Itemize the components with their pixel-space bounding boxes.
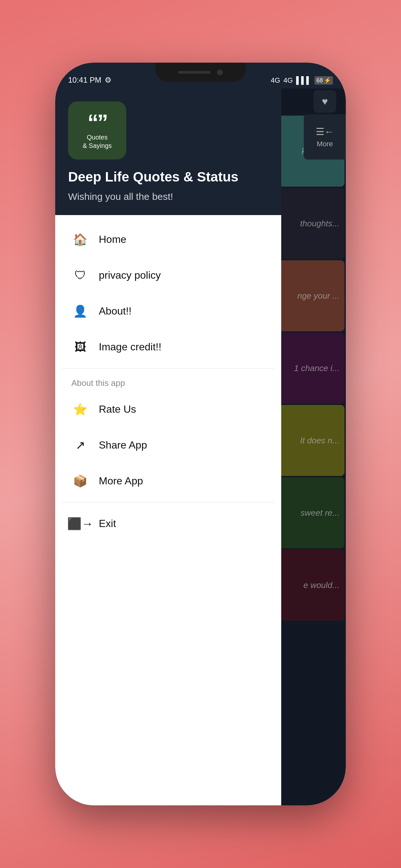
drawer-header: “” Quotes& Sayings Deep Life Quotes & St… bbox=[55, 89, 281, 215]
share-app-label: Share App bbox=[99, 439, 147, 451]
privacy-policy-icon: 🛡 bbox=[71, 267, 89, 284]
status-right: 4G 4G ▌▌▌ 68 ⚡ bbox=[271, 76, 333, 85]
more-app-icon: 📦 bbox=[71, 472, 89, 490]
about-icon: 👤 bbox=[71, 302, 89, 320]
app-logo: “” Quotes& Sayings bbox=[68, 101, 126, 159]
notch-camera bbox=[217, 69, 223, 75]
menu-item-rate-us[interactable]: ⭐Rate Us bbox=[55, 392, 281, 427]
menu-item-image-credit[interactable]: 🖼Image credit!! bbox=[55, 329, 281, 365]
privacy-policy-label: privacy policy bbox=[99, 269, 161, 281]
menu-item-privacy-policy[interactable]: 🛡privacy policy bbox=[55, 257, 281, 293]
menu-item-about[interactable]: 👤About!! bbox=[55, 293, 281, 329]
screen: ♥ kill your ...thoughts...nge your ...1 … bbox=[55, 89, 346, 805]
phone-frame: 10:41 PM ⚙ 4G 4G ▌▌▌ 68 ⚡ ♥ kill your ..… bbox=[55, 63, 346, 805]
rate-us-label: Rate Us bbox=[99, 403, 136, 415]
about-section-label: About this app bbox=[55, 372, 281, 392]
settings-icon: ⚙ bbox=[104, 75, 112, 85]
exit-label: Exit bbox=[99, 518, 116, 530]
exit-menu-item[interactable]: ⬛→ Exit bbox=[55, 506, 281, 541]
menu-item-more-app[interactable]: 📦More App bbox=[55, 463, 281, 499]
status-left: 10:41 PM ⚙ bbox=[68, 75, 112, 85]
drawer-app-title: Deep Life Quotes & Status bbox=[68, 169, 268, 185]
home-label: Home bbox=[99, 234, 126, 245]
signal-2: 4G bbox=[283, 76, 293, 85]
exit-icon: ⬛→ bbox=[71, 515, 89, 532]
more-app-label: More App bbox=[99, 475, 143, 487]
battery-level: 68 bbox=[316, 77, 323, 84]
navigation-drawer: “” Quotes& Sayings Deep Life Quotes & St… bbox=[55, 89, 281, 805]
signal-1: 4G bbox=[271, 76, 280, 85]
image-credit-label: Image credit!! bbox=[99, 341, 161, 353]
menu-item-share-app[interactable]: ↗Share App bbox=[55, 427, 281, 463]
menu-divider-2 bbox=[62, 502, 275, 502]
battery-indicator: 68 ⚡ bbox=[314, 76, 333, 85]
notch-line bbox=[178, 71, 211, 73]
battery-icon-symbol: ⚡ bbox=[324, 77, 331, 84]
drawer-app-subtitle: Wishing you all the best! bbox=[68, 191, 268, 202]
menu-item-home[interactable]: 🏠Home bbox=[55, 221, 281, 257]
menu-divider-1 bbox=[62, 368, 275, 368]
phone-notch bbox=[155, 63, 246, 82]
home-icon: 🏠 bbox=[71, 230, 89, 248]
share-app-icon: ↗ bbox=[71, 436, 89, 454]
time-display: 10:41 PM bbox=[68, 75, 101, 85]
drawer-menu: 🏠Home🛡privacy policy👤About!!🖼Image credi… bbox=[55, 215, 281, 805]
app-logo-text: Quotes& Sayings bbox=[83, 133, 112, 150]
quote-mark-icon: “” bbox=[88, 111, 107, 133]
signal-bars-icon: ▌▌▌ bbox=[296, 76, 311, 85]
rate-us-icon: ⭐ bbox=[71, 400, 89, 418]
about-label: About!! bbox=[99, 305, 131, 317]
app-logo-row: “” Quotes& Sayings bbox=[68, 101, 268, 159]
image-credit-icon: 🖼 bbox=[71, 338, 89, 356]
